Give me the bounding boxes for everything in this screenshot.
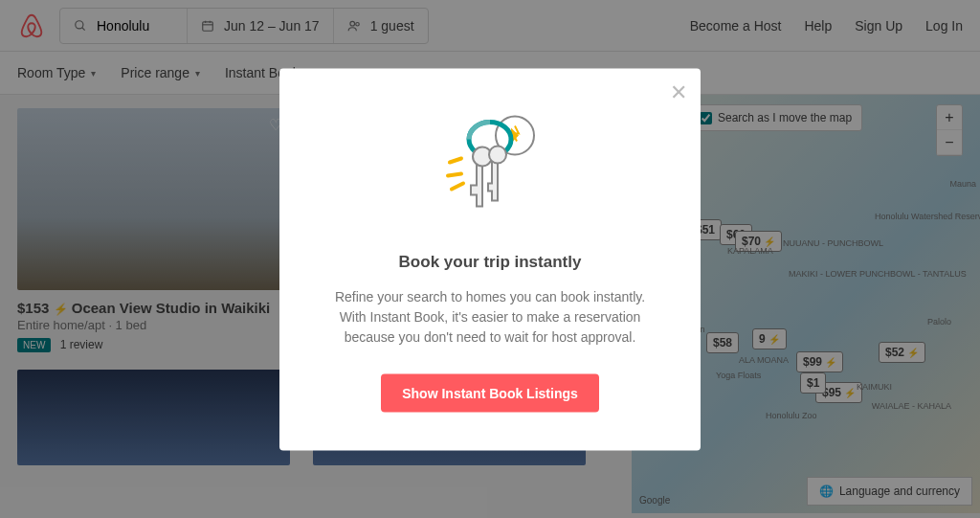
svg-line-14 [452, 183, 463, 189]
close-button[interactable]: ✕ [670, 79, 687, 104]
show-instant-book-button[interactable]: Show Instant Book Listings [381, 373, 599, 412]
svg-point-11 [489, 146, 506, 163]
modal-body: Refine your search to homes you can book… [323, 286, 657, 347]
svg-line-13 [448, 173, 461, 175]
instant-book-modal: ✕ Book your trip instantly Refine your s… [279, 68, 701, 450]
modal-title: Book your trip instantly [323, 252, 657, 271]
keys-illustration [423, 101, 557, 235]
close-icon: ✕ [670, 79, 687, 103]
svg-line-12 [450, 158, 461, 162]
